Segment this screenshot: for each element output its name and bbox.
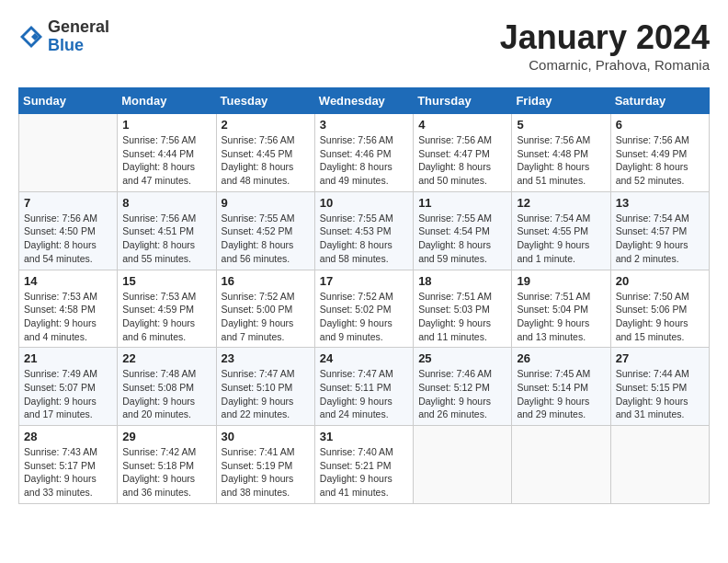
day-info: Sunrise: 7:43 AM Sunset: 5:17 PM Dayligh… [24, 445, 112, 500]
day-info: Sunrise: 7:49 AM Sunset: 5:07 PM Dayligh… [24, 367, 112, 421]
day-info: Sunrise: 7:56 AM Sunset: 4:50 PM Dayligh… [24, 212, 112, 266]
day-number: 20 [616, 274, 704, 288]
table-row: 16Sunrise: 7:52 AM Sunset: 5:00 PM Dayli… [216, 270, 314, 348]
calendar-week-row: 14Sunrise: 7:53 AM Sunset: 4:58 PM Dayli… [19, 270, 710, 348]
day-number: 14 [24, 274, 112, 288]
day-number: 2 [222, 118, 310, 132]
day-info: Sunrise: 7:48 AM Sunset: 5:08 PM Dayligh… [122, 367, 210, 421]
table-row: 10Sunrise: 7:55 AM Sunset: 4:53 PM Dayli… [314, 191, 413, 270]
day-info: Sunrise: 7:47 AM Sunset: 5:11 PM Dayligh… [320, 367, 408, 421]
day-number: 16 [222, 274, 310, 288]
header-wednesday: Wednesday [314, 88, 413, 114]
day-number: 19 [517, 274, 605, 288]
day-info: Sunrise: 7:42 AM Sunset: 5:18 PM Dayligh… [122, 445, 210, 500]
day-number: 18 [418, 274, 506, 288]
table-row: 4Sunrise: 7:56 AM Sunset: 4:47 PM Daylig… [414, 114, 512, 192]
day-info: Sunrise: 7:56 AM Sunset: 4:45 PM Dayligh… [222, 133, 310, 188]
day-info: Sunrise: 7:46 AM Sunset: 5:12 PM Dayligh… [418, 367, 506, 421]
header-tuesday: Tuesday [216, 88, 314, 114]
table-row: 26Sunrise: 7:45 AM Sunset: 5:14 PM Dayli… [512, 348, 610, 426]
table-row: 20Sunrise: 7:50 AM Sunset: 5:06 PM Dayli… [610, 270, 709, 348]
table-row: 9Sunrise: 7:55 AM Sunset: 4:52 PM Daylig… [216, 191, 314, 270]
table-row: 29Sunrise: 7:42 AM Sunset: 5:18 PM Dayli… [118, 426, 216, 504]
title-area: January 2024 Comarnic, Prahova, Romania [500, 18, 710, 73]
day-info: Sunrise: 7:40 AM Sunset: 5:21 PM Dayligh… [320, 445, 408, 500]
day-info: Sunrise: 7:51 AM Sunset: 5:03 PM Dayligh… [418, 290, 506, 344]
header-friday: Friday [512, 88, 610, 114]
table-row [414, 426, 512, 504]
day-number: 17 [320, 274, 408, 288]
table-row: 19Sunrise: 7:51 AM Sunset: 5:04 PM Dayli… [512, 270, 610, 348]
logo: General Blue [18, 18, 109, 55]
table-row: 3Sunrise: 7:56 AM Sunset: 4:46 PM Daylig… [314, 114, 413, 192]
day-info: Sunrise: 7:56 AM Sunset: 4:44 PM Dayligh… [122, 133, 210, 188]
table-row: 15Sunrise: 7:53 AM Sunset: 4:59 PM Dayli… [118, 270, 216, 348]
day-number: 7 [24, 196, 112, 210]
day-number: 28 [24, 430, 112, 443]
table-row: 1Sunrise: 7:56 AM Sunset: 4:44 PM Daylig… [118, 114, 216, 192]
table-row: 14Sunrise: 7:53 AM Sunset: 4:58 PM Dayli… [19, 270, 118, 348]
table-row: 18Sunrise: 7:51 AM Sunset: 5:03 PM Dayli… [414, 270, 512, 348]
day-number: 12 [517, 196, 605, 210]
day-number: 24 [320, 351, 408, 365]
table-row [610, 426, 709, 504]
day-info: Sunrise: 7:56 AM Sunset: 4:48 PM Dayligh… [517, 133, 605, 188]
day-number: 25 [418, 351, 506, 365]
table-row [512, 426, 610, 504]
calendar-week-row: 21Sunrise: 7:49 AM Sunset: 5:07 PM Dayli… [19, 348, 710, 426]
table-row: 24Sunrise: 7:47 AM Sunset: 5:11 PM Dayli… [314, 348, 413, 426]
day-number: 13 [616, 196, 704, 210]
day-info: Sunrise: 7:44 AM Sunset: 5:15 PM Dayligh… [616, 367, 704, 421]
day-info: Sunrise: 7:56 AM Sunset: 4:46 PM Dayligh… [320, 133, 408, 188]
table-row: 21Sunrise: 7:49 AM Sunset: 5:07 PM Dayli… [19, 348, 118, 426]
location-subtitle: Comarnic, Prahova, Romania [500, 57, 710, 73]
day-info: Sunrise: 7:52 AM Sunset: 5:02 PM Dayligh… [320, 290, 408, 344]
table-row: 11Sunrise: 7:55 AM Sunset: 4:54 PM Dayli… [414, 191, 512, 270]
calendar-week-row: 7Sunrise: 7:56 AM Sunset: 4:50 PM Daylig… [19, 191, 710, 270]
logo-icon [18, 24, 44, 50]
header-saturday: Saturday [610, 88, 709, 114]
table-row: 25Sunrise: 7:46 AM Sunset: 5:12 PM Dayli… [414, 348, 512, 426]
header-monday: Monday [118, 88, 216, 114]
table-row: 2Sunrise: 7:56 AM Sunset: 4:45 PM Daylig… [216, 114, 314, 192]
day-info: Sunrise: 7:55 AM Sunset: 4:54 PM Dayligh… [418, 212, 506, 266]
day-info: Sunrise: 7:50 AM Sunset: 5:06 PM Dayligh… [616, 290, 704, 344]
header: General Blue January 2024 Comarnic, Prah… [18, 18, 710, 73]
day-info: Sunrise: 7:56 AM Sunset: 4:47 PM Dayligh… [418, 133, 506, 188]
day-info: Sunrise: 7:45 AM Sunset: 5:14 PM Dayligh… [517, 367, 605, 421]
table-row: 28Sunrise: 7:43 AM Sunset: 5:17 PM Dayli… [19, 426, 118, 504]
table-row: 5Sunrise: 7:56 AM Sunset: 4:48 PM Daylig… [512, 114, 610, 192]
day-number: 21 [24, 351, 112, 365]
calendar-header-row: Sunday Monday Tuesday Wednesday Thursday… [19, 88, 710, 114]
day-number: 26 [517, 351, 605, 365]
calendar-table: Sunday Monday Tuesday Wednesday Thursday… [18, 87, 710, 504]
day-info: Sunrise: 7:56 AM Sunset: 4:49 PM Dayligh… [616, 133, 704, 188]
day-number: 1 [122, 118, 210, 132]
header-thursday: Thursday [414, 88, 512, 114]
table-row: 12Sunrise: 7:54 AM Sunset: 4:55 PM Dayli… [512, 191, 610, 270]
day-info: Sunrise: 7:54 AM Sunset: 4:57 PM Dayligh… [616, 212, 704, 266]
table-row: 7Sunrise: 7:56 AM Sunset: 4:50 PM Daylig… [19, 191, 118, 270]
day-info: Sunrise: 7:53 AM Sunset: 4:59 PM Dayligh… [122, 290, 210, 344]
day-number: 4 [418, 118, 506, 132]
table-row: 23Sunrise: 7:47 AM Sunset: 5:10 PM Dayli… [216, 348, 314, 426]
day-info: Sunrise: 7:56 AM Sunset: 4:51 PM Dayligh… [122, 212, 210, 266]
day-number: 9 [222, 196, 310, 210]
day-number: 6 [616, 118, 704, 132]
table-row: 17Sunrise: 7:52 AM Sunset: 5:02 PM Dayli… [314, 270, 413, 348]
day-number: 23 [222, 351, 310, 365]
table-row: 8Sunrise: 7:56 AM Sunset: 4:51 PM Daylig… [118, 191, 216, 270]
day-info: Sunrise: 7:52 AM Sunset: 5:00 PM Dayligh… [222, 290, 310, 344]
table-row: 27Sunrise: 7:44 AM Sunset: 5:15 PM Dayli… [610, 348, 709, 426]
table-row: 30Sunrise: 7:41 AM Sunset: 5:19 PM Dayli… [216, 426, 314, 504]
calendar-week-row: 28Sunrise: 7:43 AM Sunset: 5:17 PM Dayli… [19, 426, 710, 504]
day-info: Sunrise: 7:51 AM Sunset: 5:04 PM Dayligh… [517, 290, 605, 344]
day-number: 30 [222, 430, 310, 443]
day-info: Sunrise: 7:54 AM Sunset: 4:55 PM Dayligh… [517, 212, 605, 266]
logo-blue-text: Blue [48, 37, 109, 55]
calendar-week-row: 1Sunrise: 7:56 AM Sunset: 4:44 PM Daylig… [19, 114, 710, 192]
month-title: January 2024 [500, 18, 710, 57]
day-info: Sunrise: 7:55 AM Sunset: 4:52 PM Dayligh… [222, 212, 310, 266]
day-info: Sunrise: 7:55 AM Sunset: 4:53 PM Dayligh… [320, 212, 408, 266]
day-number: 15 [122, 274, 210, 288]
